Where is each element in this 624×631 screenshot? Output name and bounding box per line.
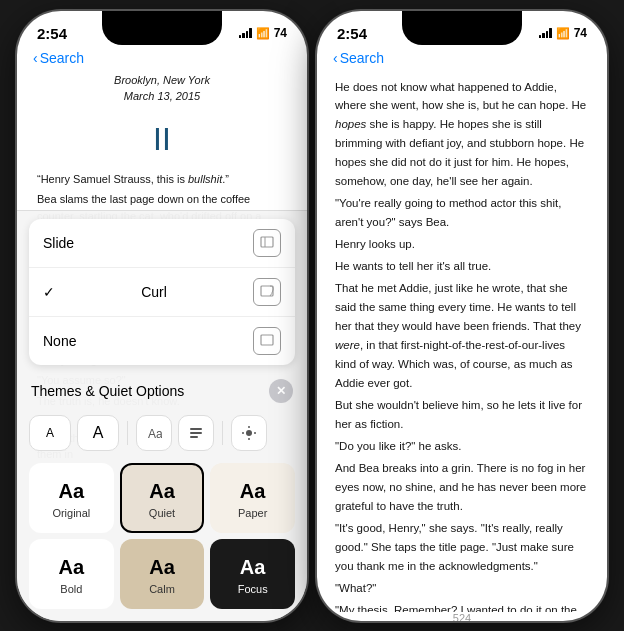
battery-label-right: 74 [574, 26, 587, 40]
chapter-location: Brooklyn, New York [37, 72, 287, 89]
separator-2 [222, 421, 223, 445]
theme-label-focus: Focus [238, 583, 268, 595]
theme-label-quiet: Quiet [149, 507, 175, 519]
reading-para-3: Henry looks up. [335, 235, 589, 254]
theme-aa-paper: Aa [240, 480, 266, 503]
page-number: 524 [317, 612, 607, 621]
time-right: 2:54 [337, 25, 367, 42]
font-decrease-button[interactable]: A [29, 415, 71, 451]
signal-icon [239, 28, 252, 38]
status-icons-right: 📶 74 [539, 26, 587, 40]
brightness-button[interactable] [231, 415, 267, 451]
theme-label-paper: Paper [238, 507, 267, 519]
theme-quiet[interactable]: Aa Quiet [120, 463, 205, 533]
svg-text:Aa: Aa [148, 427, 162, 441]
theme-aa-quiet: Aa [149, 480, 175, 503]
status-bar-right: 2:54 📶 74 [317, 11, 607, 46]
phone-right: 2:54 📶 74 ‹ Search He does not know what… [317, 11, 607, 621]
wifi-icon-right: 📶 [556, 27, 570, 40]
reading-para-6: But she wouldn't believe him, so he lets… [335, 396, 589, 434]
wifi-icon: 📶 [256, 27, 270, 40]
reading-para-8: And Bea breaks into a grin. There is no … [335, 459, 589, 516]
reading-para-5: That he met Addie, just like he wrote, t… [335, 279, 589, 393]
svg-rect-5 [190, 428, 202, 430]
theme-aa-calm: Aa [149, 556, 175, 579]
phone-left: 2:54 📶 74 ‹ Search Brooklyn, New York Ma… [17, 11, 307, 621]
font-increase-button[interactable]: A [77, 415, 119, 451]
chevron-left-icon-right: ‹ [333, 50, 338, 66]
theme-label-original: Original [52, 507, 90, 519]
themes-label: Themes & Quiet Options [31, 383, 184, 399]
status-bar-left: 2:54 📶 74 [17, 11, 307, 46]
theme-paper[interactable]: Aa Paper [210, 463, 295, 533]
para-1: “Henry Samuel Strauss, this is bullshit.… [37, 171, 287, 188]
theme-original[interactable]: Aa Original [29, 463, 114, 533]
slide-label: Slide [43, 235, 74, 251]
theme-aa-original: Aa [59, 480, 85, 503]
back-label-left: Search [40, 50, 84, 66]
font-style-button[interactable]: Aa [136, 415, 172, 451]
transition-slide[interactable]: Slide [29, 219, 295, 268]
reading-para-2: "You're really going to method actor thi… [335, 194, 589, 232]
theme-label-bold: Bold [60, 583, 82, 595]
reading-para-4: He wants to tell her it's all true. [335, 257, 589, 276]
transition-curl[interactable]: ✓ Curl [29, 268, 295, 317]
reading-para-7: "Do you like it?" he asks. [335, 437, 589, 456]
theme-aa-bold: Aa [59, 556, 85, 579]
reading-para-1: He does not know what happened to Addie,… [335, 78, 589, 192]
transition-none[interactable]: None [29, 317, 295, 365]
theme-grid: Aa Original Aa Quiet Aa Paper Aa Bold Aa [17, 457, 307, 621]
slide-icon [253, 229, 281, 257]
back-button-left[interactable]: ‹ Search [33, 50, 84, 66]
nav-bar-right: ‹ Search [317, 46, 607, 72]
reading-para-10: "What?" [335, 579, 589, 598]
curl-icon [253, 278, 281, 306]
nav-bar-left: ‹ Search [17, 46, 307, 72]
transition-menu: Slide ✓ Curl None [29, 219, 295, 365]
theme-focus[interactable]: Aa Focus [210, 539, 295, 609]
toolbar-panel: Slide ✓ Curl None [17, 210, 307, 621]
curl-label: Curl [141, 284, 167, 300]
chapter-header: Brooklyn, New York March 13, 2015 [37, 72, 287, 105]
chapter-date: March 13, 2015 [37, 88, 287, 105]
theme-calm[interactable]: Aa Calm [120, 539, 205, 609]
theme-bold[interactable]: Aa Bold [29, 539, 114, 609]
signal-icon-right [539, 28, 552, 38]
svg-rect-3 [261, 335, 273, 345]
reading-content: He does not know what happened to Addie,… [317, 72, 607, 612]
theme-label-calm: Calm [149, 583, 175, 595]
themes-row: Themes & Quiet Options ✕ [17, 373, 307, 409]
theme-aa-focus: Aa [240, 556, 266, 579]
svg-rect-7 [190, 436, 198, 438]
svg-rect-0 [261, 237, 273, 247]
back-button-right[interactable]: ‹ Search [333, 50, 384, 66]
checkmark-icon: ✓ [43, 284, 55, 300]
font-size-row: A A Aa [17, 409, 307, 457]
back-label-right: Search [340, 50, 384, 66]
svg-point-8 [246, 430, 252, 436]
separator [127, 421, 128, 445]
close-button[interactable]: ✕ [269, 379, 293, 403]
phones-container: 2:54 📶 74 ‹ Search Brooklyn, New York Ma… [17, 11, 607, 621]
reading-para-11: "My thesis. Remember? I wanted to do it … [335, 601, 589, 612]
font-options-button[interactable] [178, 415, 214, 451]
reading-para-9: "It's good, Henry," she says. "It's real… [335, 519, 589, 576]
battery-label-left: 74 [274, 26, 287, 40]
svg-rect-6 [190, 432, 202, 434]
none-icon [253, 327, 281, 355]
none-label: None [43, 333, 76, 349]
status-icons-left: 📶 74 [239, 26, 287, 40]
chapter-number: II [37, 115, 287, 163]
time-left: 2:54 [37, 25, 67, 42]
chevron-left-icon: ‹ [33, 50, 38, 66]
